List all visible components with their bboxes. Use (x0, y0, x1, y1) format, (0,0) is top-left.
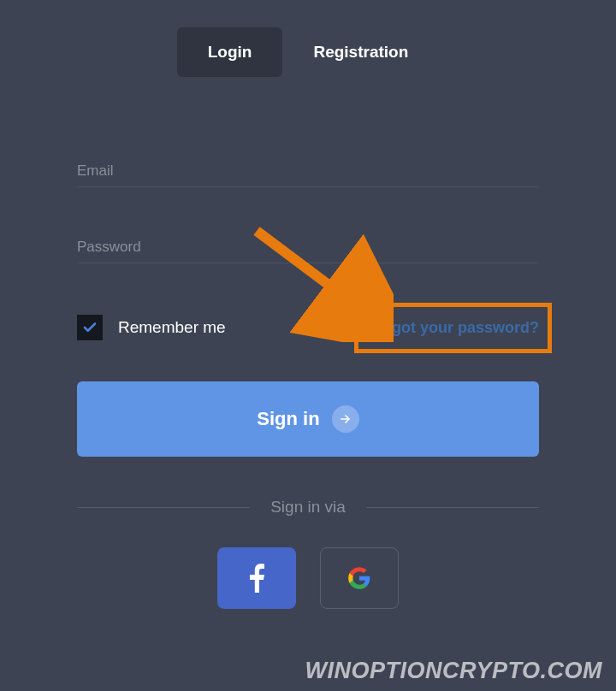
check-icon (82, 320, 98, 335)
remember-row: Remember me Forgot your password? (77, 315, 539, 340)
remember-checkbox[interactable] (77, 315, 103, 340)
email-label: Email (77, 162, 539, 180)
signin-label: Sign in (257, 408, 319, 430)
password-label: Password (77, 239, 539, 256)
social-row (0, 547, 616, 609)
divider-line (77, 507, 250, 508)
auth-tabs: Login Registration (0, 27, 616, 77)
divider-text: Sign in via (250, 498, 366, 517)
remember-group: Remember me (77, 315, 226, 340)
login-card: Login Registration Email Password Rememb… (0, 0, 616, 691)
watermark: WINOPTIONCRYPTO.COM (305, 658, 602, 684)
forgot-highlight: Forgot your password? (354, 303, 552, 353)
facebook-icon (249, 564, 264, 593)
remember-label: Remember me (118, 318, 226, 337)
tab-login[interactable]: Login (177, 27, 283, 77)
login-form: Email Password Remember me Forgot your p… (0, 162, 616, 457)
signin-button[interactable]: Sign in (77, 381, 539, 457)
google-button[interactable] (320, 547, 399, 609)
tab-registration[interactable]: Registration (282, 27, 439, 77)
forgot-password-link[interactable]: Forgot your password? (367, 319, 539, 336)
email-field[interactable]: Email (77, 162, 539, 187)
divider-row: Sign in via (0, 498, 616, 517)
divider-line (366, 507, 539, 508)
password-field[interactable]: Password (77, 239, 539, 263)
google-icon (347, 566, 371, 590)
facebook-button[interactable] (217, 547, 296, 609)
arrow-right-icon (332, 405, 359, 433)
